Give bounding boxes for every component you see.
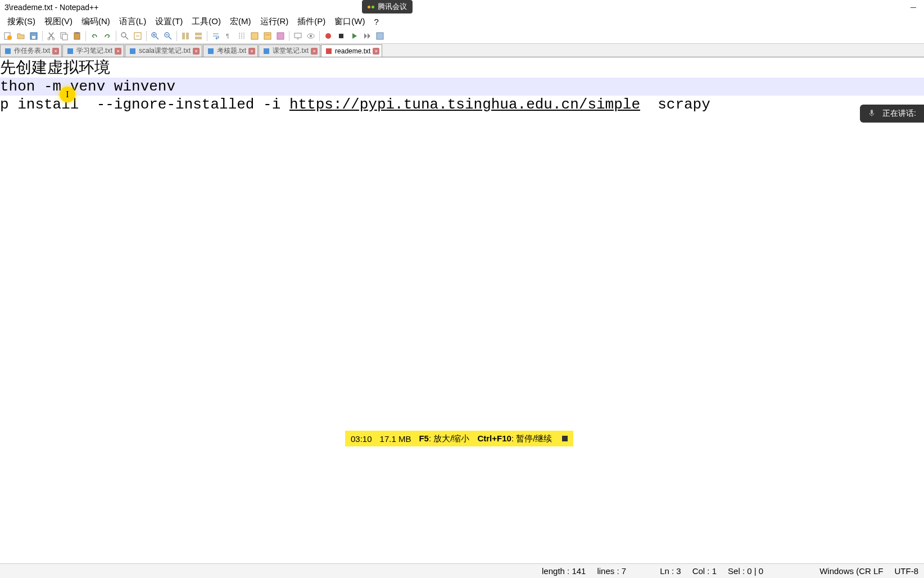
indent-guide-icon[interactable] [236,30,247,42]
svg-rect-21 [277,33,284,39]
sync-h-icon[interactable] [193,30,204,42]
svg-rect-14 [182,33,185,39]
stop-icon[interactable] [336,30,347,42]
status-eol: Windows (CR LF [819,566,883,576]
svg-rect-20 [264,33,271,39]
file-icon [207,47,215,55]
menu-help[interactable]: ? [370,16,382,28]
tab-scala-notes[interactable]: scala课堂笔记.txt × [125,44,202,57]
cursor-highlight-icon: I [60,87,75,102]
new-file-icon[interactable] [2,30,13,42]
wordwrap-icon[interactable] [210,30,221,42]
speaking-label: 正在讲话: [882,109,916,119]
menu-search[interactable]: 搜索(S) [3,15,39,28]
editor-area[interactable]: 先创建虚拟环境 thon -m venv winvenv p install -… [0,57,924,475]
svg-point-1 [7,35,12,40]
svg-rect-27 [377,33,383,39]
monitor-icon[interactable] [292,30,304,42]
video-control-bar: 03:10 17.1 MB F5: 放大/缩小 Ctrl+F10: 暂停/继续 [345,431,573,446]
menu-window[interactable]: 窗口(W) [330,15,369,28]
eye-icon[interactable] [305,30,316,42]
tab-label: 作任务表.txt [14,46,50,56]
find-icon[interactable] [119,30,130,42]
close-icon[interactable]: × [52,48,59,55]
menu-tools[interactable]: 工具(O) [188,15,225,28]
svg-rect-34 [871,110,873,114]
open-file-icon[interactable] [15,30,26,42]
status-col: Col : 1 [692,566,717,576]
close-icon[interactable]: × [311,48,318,55]
editor-line: 先创建虚拟环境 [0,57,924,78]
status-lines: lines : 7 [597,566,626,576]
url-link[interactable]: https://pypi.tuna.tsinghua.edu.cn/simple [289,96,640,113]
window-title: 3\reademe.txt - Notepad++ [4,3,98,12]
menu-settings[interactable]: 设置(T) [151,15,187,28]
zoom-out-icon[interactable] [162,30,174,42]
menu-run[interactable]: 运行(R) [256,15,293,28]
statusbar: length : 141 lines : 7 Ln : 3 Col : 1 Se… [0,563,924,578]
save-macro-icon[interactable] [374,30,386,42]
svg-rect-16 [195,33,202,35]
titlebar: 3\reademe.txt - Notepad++ 腾讯会议 ─ [0,0,924,15]
video-time: 03:10 [351,434,372,444]
undo-icon[interactable] [89,30,100,42]
close-icon[interactable]: × [248,48,255,55]
tab-readme[interactable]: reademe.txt × [321,44,382,57]
menu-encoding[interactable]: 编码(N) [78,15,114,28]
file-icon [66,47,74,55]
tab-exam[interactable]: 考核题.txt × [203,44,258,57]
status-ln: Ln : 3 [660,566,681,576]
menu-language[interactable]: 语言(L) [115,15,150,28]
sync-v-icon[interactable] [180,30,191,42]
menu-macro[interactable]: 宏(M) [226,15,255,28]
close-icon[interactable]: × [373,48,379,55]
signal-icon [368,6,374,8]
tab-label: 课堂笔记.txt [273,46,309,56]
svg-rect-33 [326,48,332,54]
tab-label: scala课堂笔记.txt [139,46,191,56]
tab-work-tasks[interactable]: 作任务表.txt × [0,44,62,57]
svg-rect-3 [32,36,35,39]
speaking-overlay: 正在讲话: [860,105,924,123]
close-icon[interactable]: × [115,48,121,55]
playback-icon[interactable] [361,30,373,42]
cut-icon[interactable] [46,30,57,42]
menu-view[interactable]: 视图(V) [40,15,76,28]
svg-rect-32 [264,48,269,54]
menu-plugins[interactable]: 插件(P) [293,15,329,28]
function-list-icon[interactable] [249,30,260,42]
svg-rect-15 [186,33,189,39]
svg-rect-9 [75,32,79,34]
zoom-in-icon[interactable] [150,30,161,42]
record-icon[interactable] [323,30,334,42]
copy-icon[interactable] [58,30,70,42]
redo-icon[interactable] [102,30,113,42]
file-icon [262,47,270,55]
svg-rect-29 [67,48,73,54]
replace-icon[interactable] [132,30,143,42]
show-all-chars-icon[interactable]: ¶ [223,30,234,42]
folder-icon[interactable] [262,30,273,42]
meeting-badge-text: 腾讯会议 [378,2,407,12]
tab-label: 考核题.txt [217,46,246,56]
status-encoding: UTF-8 [895,566,919,576]
editor-line-current: thon -m venv winvenv [0,78,924,96]
meeting-badge[interactable]: 腾讯会议 [362,0,413,13]
tab-label: reademe.txt [335,47,370,55]
minimize-button[interactable]: ─ [908,2,918,12]
play-icon[interactable] [348,30,360,42]
save-icon[interactable] [28,30,39,42]
svg-rect-30 [130,48,135,54]
close-icon[interactable]: × [193,48,200,55]
doc-map-icon[interactable] [275,30,286,42]
paste-icon[interactable] [71,30,83,42]
stop-icon[interactable] [562,436,568,441]
file-icon [4,47,12,55]
tab-study-notes[interactable]: 学习笔记.txt × [62,44,124,57]
toolbar: ¶ [0,28,924,44]
svg-rect-26 [339,34,343,38]
microphone-icon [868,109,877,118]
svg-point-24 [310,35,312,37]
video-hotkey-pause: Ctrl+F10: 暂停/继续 [477,434,552,444]
tab-class-notes[interactable]: 课堂笔记.txt × [259,44,320,57]
